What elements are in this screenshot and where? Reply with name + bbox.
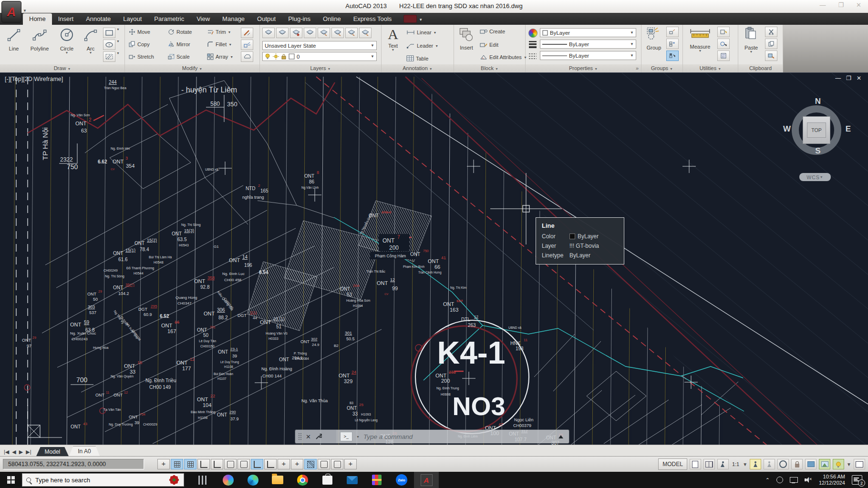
panel-label-annotation[interactable]: Annotation ▼ <box>382 64 454 72</box>
wcs-menu[interactable]: WCS ▼ <box>799 173 831 181</box>
viewcube-north[interactable]: N <box>787 97 849 106</box>
network-icon[interactable] <box>790 477 798 483</box>
linetype-combo[interactable]: ByLayer▼ <box>540 51 636 60</box>
toolbar-lock-button[interactable] <box>791 459 803 469</box>
tray-chevron-icon[interactable]: ⌃ <box>765 477 770 483</box>
taskbar-icon-mail[interactable] <box>340 472 364 488</box>
viewcube-top-face[interactable]: TOP <box>803 116 830 144</box>
panel-label-groups[interactable]: Groups ▼ <box>641 64 682 72</box>
quick-calculator-button[interactable] <box>717 51 730 61</box>
autoscale-button[interactable] <box>764 459 775 469</box>
dwg-close-button[interactable]: ✕ <box>857 75 861 81</box>
viewport-controls[interactable]: [-][Top][2D Wireframe] <box>5 76 63 82</box>
ribbon-tab-plug-ins[interactable]: Plug-ins <box>282 13 317 25</box>
rectangle-tool-button[interactable] <box>103 28 115 38</box>
lineweight-combo[interactable]: ByLayer▼ <box>540 40 636 49</box>
notification-center-icon[interactable]: 2 <box>852 475 862 485</box>
layer-tool-4[interactable] <box>304 28 316 38</box>
layer-tool-8[interactable] <box>359 28 372 38</box>
ribbon-tab-layout[interactable]: Layout <box>117 13 148 25</box>
leader-button[interactable]: Leader▼ <box>406 43 438 49</box>
taskbar-icon-zalo[interactable]: Zalo <box>389 472 414 488</box>
scale-button[interactable]: Scale <box>168 53 190 60</box>
layer-state-combo[interactable]: Unsaved Layer State▼ <box>262 41 377 50</box>
command-grip[interactable] <box>298 433 302 440</box>
taskbar-icon-taskstrip[interactable] <box>191 472 216 488</box>
color-wheel-icon[interactable] <box>528 29 537 38</box>
taskbar-icon-chrome[interactable] <box>290 472 315 488</box>
select-all-button[interactable] <box>717 39 730 49</box>
create-block-button[interactable]: Create <box>480 29 505 34</box>
toggle-grid-display[interactable] <box>184 459 196 469</box>
toggle-lineweight[interactable] <box>291 459 303 469</box>
table-button[interactable]: Table <box>406 55 428 61</box>
model-space-button[interactable]: MODEL <box>658 458 687 470</box>
dwg-restore-button[interactable]: ❐ <box>846 75 851 81</box>
panel-label-draw[interactable]: Draw ▼ <box>0 64 124 72</box>
restore-button[interactable]: ❐ <box>838 1 844 9</box>
ribbon-tab-online[interactable]: Online <box>317 13 347 25</box>
clean-screen-button[interactable] <box>854 459 865 469</box>
toggle-ortho-mode[interactable] <box>197 459 210 469</box>
recent-commands-caret[interactable]: ▼ <box>356 435 360 438</box>
dwg-minimize-button[interactable]: — <box>835 75 841 81</box>
linear-dimension-button[interactable]: Linear▼ <box>406 30 437 35</box>
revision-cloud-button[interactable] <box>241 51 253 62</box>
panel-label-properties[interactable]: Properties ▼» <box>526 64 641 72</box>
layer-tool-3[interactable] <box>290 28 302 38</box>
hatch-flyout-caret[interactable]: ▼ <box>116 51 120 62</box>
coordinates-readout[interactable]: 580413.0755, 2322741.2923, 0.0000 <box>3 459 144 469</box>
taskbar-icon-winrar[interactable] <box>364 472 389 488</box>
command-history-toggle[interactable] <box>558 435 563 438</box>
toggle-snap-mode[interactable] <box>171 459 183 469</box>
layer-tool-6[interactable] <box>331 28 344 38</box>
panel-label-utilities[interactable]: Utilities ▼ <box>683 64 738 72</box>
copy-button[interactable]: Copy <box>129 41 150 48</box>
ribbon-tab-insert[interactable]: Insert <box>52 13 80 25</box>
taskbar-icon-explorer[interactable] <box>265 472 290 488</box>
mirror-button[interactable]: Mirror <box>168 41 190 48</box>
last-layout-button[interactable]: ▶| <box>26 449 31 455</box>
command-line[interactable]: ✕ >_ ▼ Type a command <box>295 429 569 444</box>
paste-button[interactable]: Paste▼ <box>740 27 762 53</box>
edit-block-button[interactable]: Edit <box>480 42 498 48</box>
stretch-button[interactable]: Stretch <box>129 53 154 60</box>
trim-button[interactable]: Trim ▼ <box>207 29 231 35</box>
toggle-object-snap[interactable] <box>224 459 237 469</box>
ribbon-tab-home[interactable]: Home <box>23 13 52 25</box>
cut-button[interactable] <box>765 27 777 37</box>
erase-button[interactable] <box>241 28 253 38</box>
toggle-transparency[interactable] <box>304 459 317 469</box>
taskbar-icon-copilot[interactable] <box>216 472 240 488</box>
layer-tool-5[interactable] <box>318 28 330 38</box>
next-layout-button[interactable]: ▶ <box>19 449 23 455</box>
command-close-icon[interactable]: ✕ <box>306 433 311 440</box>
toggle-quick-properties[interactable] <box>318 459 330 469</box>
command-prompt-icon[interactable]: >_ <box>340 432 352 441</box>
prev-layout-button[interactable]: ◀ <box>12 449 16 455</box>
measure-button[interactable]: Measure▼ <box>686 27 714 52</box>
clock[interactable]: 10:56 AM12/12/2024 <box>819 474 845 486</box>
viewcube-east[interactable]: E <box>846 124 851 134</box>
fillet-button[interactable]: Fillet ▼ <box>207 41 232 48</box>
text-button[interactable]: A Text▼ <box>383 27 403 51</box>
line-button[interactable]: Line <box>3 27 25 51</box>
workspace-switching-button[interactable] <box>777 459 789 469</box>
viewcube[interactable]: N W E S TOP WCS ▼ <box>787 91 849 186</box>
hatch-tool-button[interactable] <box>103 51 115 62</box>
tray-circle-icon[interactable] <box>776 477 783 483</box>
wrench-icon[interactable] <box>315 433 322 440</box>
linetype-icon[interactable] <box>528 52 537 62</box>
taskbar-icon-autocad[interactable]: A <box>414 472 439 488</box>
first-layout-button[interactable]: |◀ <box>4 449 9 455</box>
object-visibility-bulb-button[interactable] <box>833 459 844 469</box>
group-selection-toggle[interactable] <box>666 51 679 61</box>
array-button[interactable]: Array ▼ <box>207 53 233 60</box>
polyline-button[interactable]: Polyline <box>26 27 53 51</box>
toggle-selection-cycling[interactable] <box>331 459 343 469</box>
group-edit-button[interactable] <box>666 39 679 49</box>
ellipse-flyout-caret[interactable]: ▼ <box>116 40 120 50</box>
panel-label-clipboard[interactable]: Clipboard <box>738 64 783 72</box>
copy-clip-button[interactable] <box>765 39 777 49</box>
annotation-visibility-button[interactable] <box>750 459 761 469</box>
